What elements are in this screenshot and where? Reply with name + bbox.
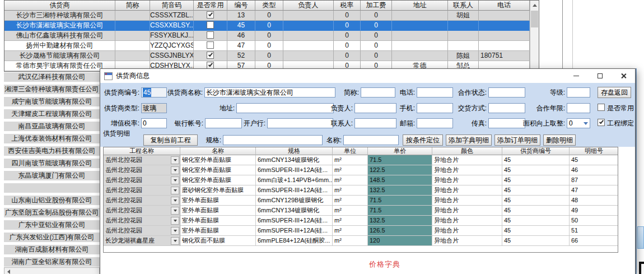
horizontal-scrollbar[interactable]	[4, 267, 100, 274]
coop-status-field[interactable]	[488, 87, 525, 97]
locate-button[interactable]: 按条件定位	[403, 134, 443, 146]
column-header[interactable]: 单价	[368, 147, 432, 155]
supplier-row[interactable]: 长沙市三湘特种玻璃有限公司CSSSXTZBL...13000胡姐	[4, 11, 539, 21]
combo-dropdown-button[interactable]	[171, 156, 179, 164]
checkbox-checked[interactable]	[598, 119, 605, 126]
supplier-type-field[interactable]	[141, 103, 167, 113]
detail-row[interactable]: 岳州北控花园室外单面贴膜6mmSUPER-III+12A(硅...m²126.5…	[104, 226, 618, 236]
combo-dropdown-button[interactable]	[171, 237, 179, 245]
detail-row[interactable]: 岳州北控花园钢化室外单面贴膜6mmSUPER-III+12A(硅...m²122…	[104, 165, 618, 175]
scrollbar-thumb[interactable]	[531, 11, 538, 27]
column-header[interactable]: 单位	[333, 147, 368, 155]
supplier-row[interactable]: 佛山市亿鑫玻璃科技有限公司FSSYXBLKJ...46000	[4, 31, 539, 41]
column-header[interactable]: 简音码	[150, 1, 194, 11]
detail-row[interactable]: 岳州北控花园钢化室外单面贴膜6mm白玻+1.14PVB+6mm...m²148.…	[104, 175, 618, 185]
column-header[interactable]: 是否常用	[194, 1, 227, 11]
supplier-list-item[interactable]: 天津耀皮工程玻璃有限公司	[4, 109, 100, 119]
email-field[interactable]	[417, 118, 453, 128]
supplier-row[interactable]: 长沙市潇湘玻璃实业有限公司CSSXXBLSY...45000	[4, 21, 539, 31]
column-header[interactable]: 地址	[392, 1, 448, 11]
supplier-list-item[interactable]: 东晶玻璃厦门有限公司	[4, 171, 100, 180]
detail-row[interactable]: 岳州北控花园室外单面贴膜6mmSUPER-III+12A(硅...m²132.5…	[104, 216, 618, 226]
checkbox[interactable]	[207, 41, 214, 49]
project-combo[interactable]: 岳州北控花园	[104, 165, 180, 175]
close-button[interactable]	[612, 69, 635, 83]
project-combo[interactable]: 岳州北控花园	[104, 185, 180, 196]
save-return-button[interactable]: 存盘返回	[598, 87, 631, 98]
spec-filter-field[interactable]	[223, 135, 323, 145]
combo-dropdown-button[interactable]	[171, 166, 179, 174]
project-combo[interactable]: 岳州北控花园	[104, 226, 180, 236]
checkbox-checked[interactable]	[207, 62, 214, 69]
scroll-left-icon[interactable]	[7, 270, 10, 274]
grade-field[interactable]	[567, 87, 590, 97]
project-combo[interactable]: 岳州北控花园	[104, 155, 180, 165]
column-header[interactable]: 颜色	[432, 147, 502, 155]
vat-rate-field[interactable]	[141, 118, 167, 128]
column-header[interactable]: 名称	[180, 147, 256, 155]
common-checkbox-cell[interactable]	[194, 21, 227, 31]
supplier-list-item[interactable]: 上海优泰装饰材料有限公司	[4, 134, 100, 143]
checkbox[interactable]	[207, 21, 214, 29]
supplier-list-item[interactable]: 广东兴发铝业(江西)有限公司	[4, 233, 100, 242]
common-checkbox-cell[interactable]	[194, 41, 227, 51]
column-header[interactable]: 明细号	[570, 147, 618, 155]
dialog-titlebar[interactable]: 供货商信息	[100, 69, 635, 83]
column-header[interactable]: 类型	[255, 1, 283, 11]
combo-dropdown-button[interactable]	[171, 177, 179, 184]
add-order-detail-button[interactable]: 添加订单明细	[494, 134, 540, 146]
common-checkbox-cell[interactable]	[194, 11, 227, 21]
column-header[interactable]: 联系人	[448, 1, 479, 11]
column-header[interactable]: 供货商	[4, 1, 115, 11]
detail-row[interactable]: 岳州北控花园磨砂钢化室外单面贴膜6mmSUPER-III+12A(硅...m²1…	[104, 185, 618, 196]
detail-row[interactable]: 岳州北控花园室外单面贴膜6mmCNY134镀膜钢化m²71.5异地合片4549	[104, 206, 618, 216]
checkbox-checked[interactable]	[207, 52, 214, 59]
detail-row[interactable]: 岳州北控花园钢化室外单面贴膜6mmCNY134镀膜钢化m²71.5异地合片454…	[104, 155, 618, 165]
combo-dropdown-button[interactable]	[171, 207, 179, 215]
project-combo[interactable]: 岳州北控花园	[104, 175, 180, 185]
supplier-list-item[interactable]: 南昌亚晶玻璃有限公司	[4, 122, 100, 131]
detail-row[interactable]: 长沙龙湖祺鑫星座钢化双面不贴膜6mmPLE84+12A(硅酮胶...m²120异…	[104, 236, 618, 246]
column-header[interactable]: 编号	[227, 1, 255, 11]
is-common-checkbox[interactable]: 是否常用	[598, 103, 634, 113]
combo-dropdown-button[interactable]	[171, 187, 179, 194]
column-header[interactable]: 供货商编号	[502, 147, 570, 155]
checkbox[interactable]	[207, 31, 214, 39]
column-header[interactable]: 负责人	[283, 1, 334, 11]
combo-dropdown-button[interactable]	[171, 197, 179, 205]
supplier-list-item[interactable]: 山东南山铝业股份有限公司	[4, 196, 100, 205]
supplier-list-item[interactable]: 四川南玻节能玻璃有限公司	[4, 159, 100, 168]
column-header[interactable]: 加工费	[361, 1, 392, 11]
project-combo[interactable]: 岳州北控花园	[104, 216, 180, 226]
coop-years-field[interactable]	[567, 103, 590, 113]
project-combo[interactable]: 长沙龙湖祺鑫星座	[104, 236, 180, 246]
project-combo[interactable]: 岳州北控花园	[104, 206, 180, 216]
project-combo[interactable]: 岳州北控花园	[104, 196, 180, 206]
project-bind-checkbox[interactable]: 工程绑定	[598, 118, 634, 128]
delete-detail-button[interactable]: 删除明细	[543, 134, 576, 146]
combo-dropdown-button[interactable]	[171, 217, 179, 225]
supplier-list-item[interactable]: 湘潭三金特种玻璃有限责任公司	[4, 85, 100, 94]
supplier-list-item[interactable]	[4, 183, 100, 193]
checkbox-checked[interactable]	[207, 11, 214, 18]
minimize-button[interactable]	[564, 69, 588, 83]
name-filter-field[interactable]	[343, 135, 399, 145]
supplier-list-item[interactable]: 武汉亿泽科技有限公司	[4, 72, 100, 82]
supplier-list-item[interactable]: 广东坚朗五金制品股份有限公司	[4, 208, 100, 217]
checkbox[interactable]	[598, 104, 605, 111]
detail-row[interactable]: 岳州北控花园室外单面贴膜6mmCNY129B镀膜钢化m²71.5异地合片4548	[104, 196, 618, 206]
add-dict-detail-button[interactable]: 添加字典明细	[446, 134, 492, 146]
column-header[interactable]: 电话	[479, 1, 530, 11]
area-round-up-combo[interactable]: 0	[567, 118, 590, 128]
combo-dropdown-button[interactable]	[171, 227, 179, 235]
column-header[interactable]: 简称	[115, 1, 150, 11]
supplier-row[interactable]: 长沙晟格节能玻璃有限公司CSSGJNBLYXGS52000陈姐180751	[4, 51, 539, 61]
common-checkbox-cell[interactable]	[194, 31, 227, 41]
maximize-button[interactable]	[588, 69, 612, 83]
supplier-row[interactable]: 扬州中勤建材有限公司YZZQJCYXGS47000	[4, 41, 539, 51]
supplier-list-item[interactable]: 咸宁南玻节能玻璃有限公司	[4, 97, 100, 106]
column-header[interactable]: 税率	[334, 1, 361, 11]
column-header[interactable]: 工程名称	[104, 147, 180, 155]
supplier-list-item[interactable]: 西安佳吉美电力科技有限公司	[4, 146, 100, 156]
supplier-list-item[interactable]: 湖南广亚全铝家居有限公司	[4, 257, 100, 267]
